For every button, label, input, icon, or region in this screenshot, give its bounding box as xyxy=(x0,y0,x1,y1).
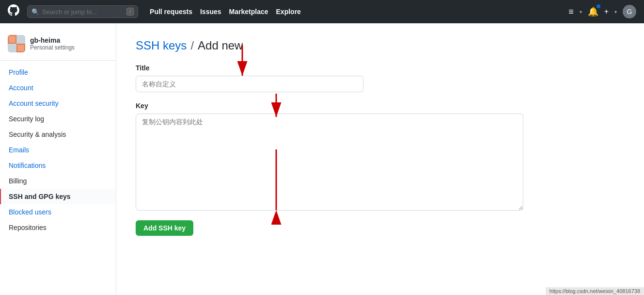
sidebar-avatar xyxy=(8,35,25,52)
notification-badge xyxy=(597,4,600,8)
add-ssh-key-button[interactable]: Add SSH key xyxy=(136,220,193,236)
sidebar-item-security-analysis[interactable]: Security & analysis xyxy=(0,127,116,142)
key-textarea[interactable] xyxy=(136,114,523,211)
title-label: Title xyxy=(136,64,523,72)
key-form-group: Key xyxy=(136,102,523,211)
search-icon: 🔍 xyxy=(31,8,39,16)
breadcrumb-separator: / xyxy=(190,39,194,52)
page-title: Add new xyxy=(198,39,243,52)
nav-marketplace[interactable]: Marketplace xyxy=(229,8,268,16)
status-bar: https://blog.csdn.net/weixin_40816738 xyxy=(546,287,644,295)
nav-right: ≡ ▾ 🔔 + ▾ G xyxy=(568,5,636,18)
key-label: Key xyxy=(136,102,523,110)
sidebar-username: gb-heima xyxy=(30,36,75,44)
notification-bell[interactable]: 🔔 xyxy=(588,6,598,17)
sidebar-item-emails[interactable]: Emails xyxy=(0,142,116,158)
add-chevron-icon: ▾ xyxy=(614,9,617,15)
nav-links: Pull requests Issues Marketplace Explore xyxy=(150,8,301,16)
sidebar-item-blocked-users[interactable]: Blocked users xyxy=(0,204,116,220)
title-input[interactable] xyxy=(136,76,363,92)
sidebar-item-security-log[interactable]: Security log xyxy=(0,111,116,127)
bell-icon: 🔔 xyxy=(588,7,598,16)
kbd-slash: / xyxy=(126,8,134,16)
title-form-group: Title xyxy=(136,64,523,92)
main-content: SSH keys / Add new Title Key Add SSH key xyxy=(116,23,644,295)
page-heading: SSH keys / Add new xyxy=(136,39,625,52)
nav-explore[interactable]: Explore xyxy=(276,8,301,16)
sidebar-item-billing[interactable]: Billing xyxy=(0,173,116,189)
plus-icon[interactable]: + xyxy=(604,7,609,16)
sidebar-item-ssh-gpg-keys[interactable]: SSH and GPG keys xyxy=(0,189,116,204)
sidebar-item-account[interactable]: Account xyxy=(0,80,116,96)
svg-rect-4 xyxy=(17,45,24,51)
github-logo-icon[interactable] xyxy=(8,4,19,19)
sidebar-item-account-security[interactable]: Account security xyxy=(0,96,116,111)
chevron-down-icon: ▾ xyxy=(580,9,582,15)
sidebar-user-text: gb-heima Personal settings xyxy=(30,36,75,51)
sidebar-subtitle: Personal settings xyxy=(30,44,75,51)
sidebar: gb-heima Personal settings Profile Accou… xyxy=(0,23,116,295)
search-box[interactable]: 🔍 / xyxy=(27,5,138,18)
sidebar-item-repositories[interactable]: Repositories xyxy=(0,220,116,235)
sidebar-user-info: gb-heima Personal settings xyxy=(0,31,116,61)
nav-issues[interactable]: Issues xyxy=(200,8,221,16)
svg-rect-3 xyxy=(9,36,16,43)
breadcrumb-ssh-keys[interactable]: SSH keys xyxy=(136,39,187,52)
menu-icon[interactable]: ≡ xyxy=(568,7,574,17)
sidebar-item-notifications[interactable]: Notifications xyxy=(0,158,116,173)
page-container: gb-heima Personal settings Profile Accou… xyxy=(0,23,644,295)
user-avatar[interactable]: G xyxy=(623,5,636,18)
search-input[interactable] xyxy=(42,8,124,16)
nav-pull-requests[interactable]: Pull requests xyxy=(150,8,192,16)
sidebar-item-profile[interactable]: Profile xyxy=(0,65,116,80)
top-navbar: 🔍 / Pull requests Issues Marketplace Exp… xyxy=(0,0,644,23)
